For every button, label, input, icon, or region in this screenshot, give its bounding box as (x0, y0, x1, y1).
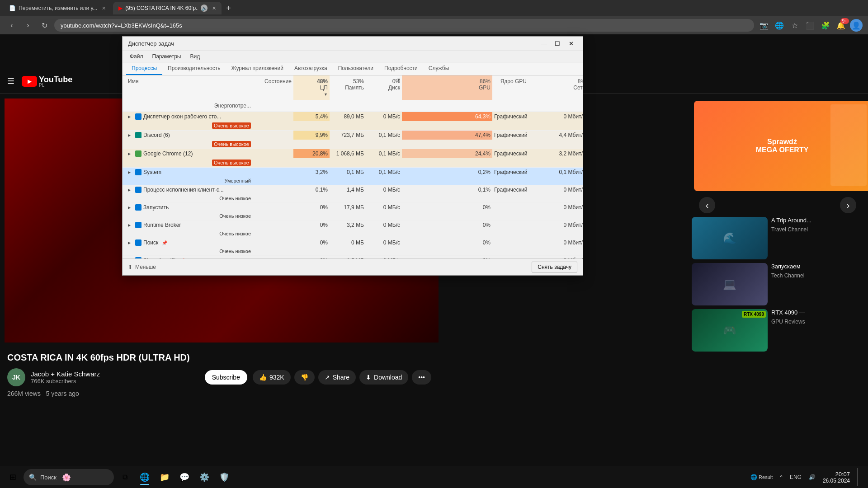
table-row[interactable]: ▶ Runtime Broker 0% 3,2 МБ 0 МБ/с 0% 0 М… (123, 221, 583, 238)
refresh-button[interactable]: ↻ (38, 19, 51, 32)
network-cell: 3,2 Мбит/с (528, 149, 583, 158)
col-disk[interactable]: 0% Диск ▼ (366, 75, 402, 100)
table-row[interactable]: ▶ Запустить 0% 17,9 МБ 0 МБ/с 0% 0 Мбит/… (123, 203, 583, 221)
tab-app-history[interactable]: Журнал приложений (226, 62, 289, 75)
close-button[interactable]: ✕ (565, 39, 577, 48)
menu-view[interactable]: Вид (186, 52, 203, 61)
ad-banner: SprawdźMEGA OFERTY (694, 101, 868, 191)
maximize-button[interactable]: ☐ (551, 39, 564, 48)
back-button[interactable]: ‹ (5, 19, 18, 32)
network-label: Result (759, 474, 773, 480)
tab-details[interactable]: Подробности (379, 62, 423, 75)
cpu-cell: 0% (293, 238, 330, 247)
screenshot-button[interactable]: 📷 (758, 19, 770, 32)
expand-arrow[interactable]: ▶ (128, 133, 133, 137)
show-desktop-button[interactable] (857, 468, 861, 486)
next-arrow[interactable]: › (840, 197, 856, 213)
tab-1[interactable]: 📄 Переместить, изменить или у... ✕ (4, 2, 111, 14)
tab-2[interactable]: ▶ (95) COSTA RICA IN 4K 60fp... 🔊 ✕ (113, 2, 222, 14)
table-row[interactable]: ▶ Google Chrome (12) 20,8% 1 068,6 МБ 0,… (123, 149, 583, 168)
taskbar-security-button[interactable]: 🛡️ (215, 468, 233, 486)
end-task-button[interactable]: Снять задачу (532, 262, 577, 272)
menu-file[interactable]: Файл (126, 52, 147, 61)
tab-2-muted[interactable]: 🔊 (201, 5, 208, 12)
profile-avatar[interactable]: 👤 (850, 19, 863, 32)
expand-arrow[interactable]: ▶ (128, 188, 133, 192)
taskbar-search-label: Поиск (40, 474, 57, 481)
col-energy[interactable]: Энергопотре... (126, 100, 253, 112)
menu-options[interactable]: Параметры (149, 52, 185, 61)
table-row[interactable]: ▶ System 3,2% 0,1 МБ 0,1 МБ/с 0,2% Графи… (123, 168, 583, 185)
share-button[interactable]: ↗ Share (318, 370, 356, 385)
tab-startup[interactable]: Автозагрузка (289, 62, 333, 75)
expand-arrow[interactable]: ▶ (128, 115, 133, 119)
expand-arrow[interactable]: ▶ (128, 223, 133, 227)
table-row[interactable]: ▶ Discord (6) 9,9% 723,7 МБ 0,1 МБ/с 47,… (123, 131, 583, 149)
sidebar-title-1: A Trip Around... (771, 217, 863, 225)
col-cpu[interactable]: 48% ЦП (293, 75, 330, 100)
subscribe-button[interactable]: Subscribe (205, 370, 247, 385)
sidebar-nav: ‹ › (692, 193, 863, 217)
col-gpu-engine[interactable]: Ядро GPU (492, 75, 528, 100)
sidebar-video-1[interactable]: 🌊 A Trip Around... Travel Channel (692, 217, 863, 259)
taskbar-edge-button[interactable]: 💬 (175, 468, 193, 486)
tray-network[interactable]: 🌐 Result (749, 472, 775, 482)
expand-arrow[interactable]: ▶ (128, 152, 133, 156)
process-list: ▶ Диспетчер окон рабочего сто... 5,4% 89… (123, 112, 583, 258)
col-gpu[interactable]: 86% GPU (402, 75, 492, 100)
new-tab-button[interactable]: + (223, 4, 234, 13)
table-row[interactable]: ▶ Процесс исполнения клиент-с... 0,1% 1,… (123, 185, 583, 203)
tab-processes[interactable]: Процессы (126, 62, 162, 75)
youtube-logo[interactable]: YouTube PL (22, 75, 72, 88)
sidebar-video-3[interactable]: 🎮 RTX 4090 RTX 4090 — GPU Reviews (692, 309, 863, 352)
tray-expand[interactable]: ^ (778, 472, 784, 482)
tab-users[interactable]: Пользователи (333, 62, 379, 75)
sidebar-video-2[interactable]: 💻 Запускаем Tech Channel (692, 263, 863, 305)
channel-avatar[interactable]: JK (7, 368, 25, 386)
process-name-cell: ▶ Запустить (126, 203, 253, 212)
bookmark-button[interactable]: ☆ (788, 19, 801, 32)
profile-button[interactable]: ⬛ (804, 19, 816, 32)
tab-performance[interactable]: Производительность (162, 62, 226, 75)
col-name[interactable]: Имя (126, 75, 253, 100)
col-network[interactable]: 8% Сеть (528, 75, 583, 100)
like-button[interactable]: 👍 932K (253, 370, 291, 385)
tab-services[interactable]: Службы (423, 62, 454, 75)
minimize-button[interactable]: — (538, 39, 550, 48)
status-cell (253, 115, 293, 118)
table-row[interactable]: ▶ Диспетчер окон рабочего сто... 5,4% 89… (123, 112, 583, 131)
taskbar-search-box[interactable]: 🔍 Поиск 🌸 (24, 469, 114, 485)
tab-1-close[interactable]: ✕ (102, 5, 106, 11)
disk-cell: 0,1 МБ/с (366, 149, 402, 158)
task-view-icon: ⧉ (123, 473, 127, 481)
dislike-button[interactable]: 👎 (294, 370, 315, 385)
expand-arrow[interactable]: ▶ (128, 206, 133, 210)
translate-button[interactable]: 🌐 (773, 19, 786, 32)
expand-arrow[interactable]: ▶ (128, 241, 133, 245)
extension-button[interactable]: 🧩 (819, 19, 832, 32)
process-name-cell: ▶ Диспетчер окон рабочего сто... (126, 112, 253, 121)
collapse-button[interactable]: ⬆ Меньше (128, 264, 156, 270)
more-options-button[interactable]: ••• (412, 370, 431, 385)
prev-arrow[interactable]: ‹ (699, 197, 715, 213)
tray-language[interactable]: ENG (788, 472, 803, 482)
hamburger-menu[interactable]: ☰ (7, 76, 14, 86)
col-memory[interactable]: 53% Память (330, 75, 366, 100)
taskbar-explorer-button[interactable]: 📁 (156, 468, 174, 486)
table-row[interactable]: ▶ Поиск 📌 0% 0 МБ 0 МБ/с 0% 0 Мбит/с Оче… (123, 238, 583, 256)
forward-button[interactable]: › (22, 19, 34, 32)
taskbar-settings-button[interactable]: ⚙️ (195, 468, 213, 486)
channel-name[interactable]: Jacob + Katie Schwarz (31, 370, 199, 378)
download-button[interactable]: ⬇ Download (359, 370, 408, 385)
address-bar[interactable] (54, 19, 754, 32)
tab-2-close[interactable]: ✕ (212, 5, 216, 11)
tray-clock[interactable]: 20:07 26.05.2024 (821, 469, 852, 486)
start-button[interactable]: ⊞ (4, 468, 22, 486)
taskbar-chrome-button[interactable]: 🌐 (136, 468, 154, 486)
expand-arrow[interactable]: ▶ (128, 170, 133, 174)
col-status[interactable]: Состояние (253, 75, 293, 100)
upload-date: 5 years ago (46, 390, 79, 397)
task-view-button[interactable]: ⧉ (116, 468, 134, 486)
energy-cell: Очень низкое (126, 230, 253, 238)
tray-volume[interactable]: 🔊 (807, 472, 817, 482)
